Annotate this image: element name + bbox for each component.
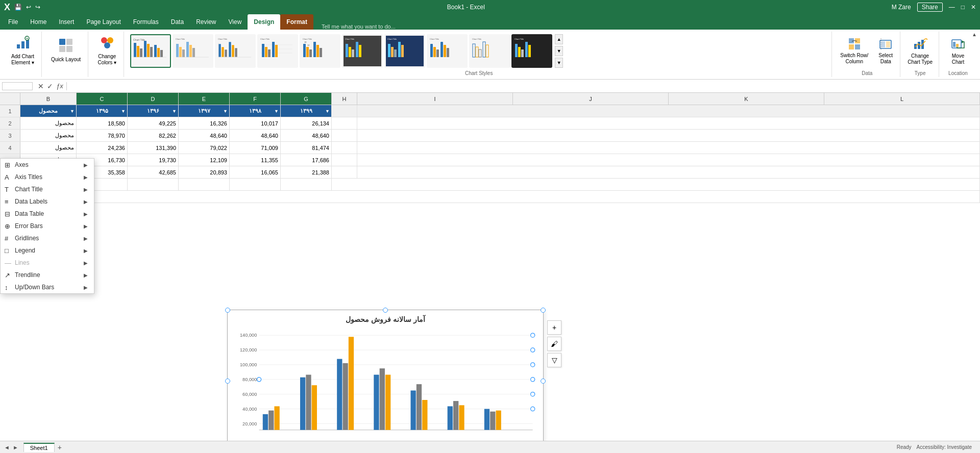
cell-product-2[interactable]: محصول [20,130,77,141]
add-chart-element-button[interactable]: + Add ChartElement ▾ [8,33,37,68]
dropdown-arrow-1398[interactable]: ▼ [274,109,279,114]
chart-styles-scroll-up[interactable]: ▲ [555,34,563,44]
col-header-c[interactable]: C [77,93,128,105]
quick-access-save[interactable]: 💾 [14,4,22,11]
cell-1396-5[interactable]: 42,685 [128,166,179,178]
menu-item-axes[interactable]: ⊞ Axes ▶ [1,159,94,171]
tab-page-layout[interactable]: Page Layout [80,14,127,30]
dropdown-arrow-product[interactable]: ▼ [70,109,75,114]
chart-style-9[interactable]: Chart Title [469,34,510,68]
chart-style-1[interactable]: Chart Title [130,34,171,68]
cell-1396-3[interactable]: 131,390 [128,142,179,154]
cell-1398-1[interactable]: 10,017 [230,117,281,129]
col-header-j[interactable]: J [513,93,669,105]
select-data-button[interactable]: SelectData [874,33,897,69]
change-colors-button[interactable]: ChangeColors ▾ [94,33,119,68]
chart-handle-tr[interactable] [541,308,546,313]
cell-1397-2[interactable]: 48,640 [179,130,230,141]
col-header-d[interactable]: D [128,93,179,105]
tab-format[interactable]: Format [280,14,313,30]
quick-access-redo[interactable]: ↪ [35,4,40,11]
chart-tool-add[interactable]: + [547,320,561,335]
change-chart-type-button[interactable]: ChangeChart Type [904,33,936,69]
cell-1395-3[interactable]: 24,236 [77,142,128,154]
tab-data[interactable]: Data [165,14,190,30]
dropdown-arrow-1395[interactable]: ▼ [121,109,126,114]
chart-handle-tm[interactable] [383,308,388,313]
cell-1398-2[interactable]: 48,640 [230,130,281,141]
col-header-b[interactable]: B [20,93,77,105]
cell-1399-1[interactable]: 26,134 [281,117,332,129]
cell-1398-3[interactable]: 71,009 [230,142,281,154]
cell-product-1[interactable]: محصول [20,117,77,129]
quick-layout-button[interactable]: Quick Layout [48,33,84,68]
menu-item-data-table[interactable]: ⊟ Data Table ▶ [1,208,94,220]
cell-1396-1[interactable]: 49,225 [128,117,179,129]
cancel-icon[interactable]: ✕ [38,82,44,90]
tab-design[interactable]: Design [248,14,280,30]
cell-1396-2[interactable]: 82,262 [128,130,179,141]
sheet-tab-nav-left[interactable]: ◄ [4,444,10,450]
chart-styles-scroll-down[interactable]: ▼ [555,58,563,68]
chart-style-10[interactable]: Chart Title [511,34,552,68]
cell-1397-5[interactable]: 20,893 [179,166,230,178]
cell-e7[interactable] [179,179,230,190]
cell-1398-4[interactable]: 11,355 [230,154,281,166]
share-button[interactable]: Share [917,3,943,12]
chart-style-6[interactable]: Chart Title [342,34,383,68]
sheet-tab-sheet1[interactable]: Sheet1 [23,443,55,452]
chart-tool-style[interactable]: 🖌 [547,337,561,351]
chart-styles-scroll-more[interactable]: ▼ [555,46,563,56]
minimize-btn[interactable]: — [949,4,955,11]
tab-review[interactable]: Review [190,14,222,30]
cell-1396-4[interactable]: 19,730 [128,154,179,166]
cell-1395-1[interactable]: 18,580 [77,117,128,129]
col-header-l[interactable]: L [824,93,980,105]
maximize-btn[interactable]: □ [961,4,965,11]
move-chart-button[interactable]: MoveChart [947,33,969,69]
quick-access-undo[interactable]: ↩ [26,4,31,11]
dropdown-arrow-1397[interactable]: ▼ [223,109,228,114]
cell-g7[interactable] [281,179,332,190]
cell-1398-5[interactable]: 16,065 [230,166,281,178]
col-header-g[interactable]: G [281,93,332,105]
chart-style-5[interactable]: Chart Title 18 12 [300,34,340,68]
chart-style-2[interactable]: Chart Title [173,34,213,68]
cell-1397-3[interactable]: 79,022 [179,142,230,154]
chart-style-7[interactable]: Chart Title [384,34,425,68]
confirm-icon[interactable]: ✓ [47,82,53,90]
cell-1399-3[interactable]: 81,474 [281,142,332,154]
sheet-tab-nav-right[interactable]: ► [13,444,18,450]
menu-item-trendline[interactable]: ↗ Trendline ▶ [1,269,94,281]
tab-file[interactable]: File [2,14,24,30]
menu-item-up-down-bars[interactable]: ↕ Up/Down Bars ▶ [1,281,94,293]
cell-d7[interactable] [128,179,179,190]
close-btn[interactable]: ✕ [971,4,976,11]
cell-1399-4[interactable]: 17,686 [281,154,332,166]
chart-handle-mr[interactable] [541,379,546,384]
cell-1395-2[interactable]: 78,970 [77,130,128,141]
menu-item-legend[interactable]: □ Legend ▶ [1,244,94,257]
chart-handle-tl[interactable] [225,308,230,313]
tab-insert[interactable]: Insert [53,14,80,30]
help-text[interactable]: Tell me what you want to do... [322,23,396,30]
tab-home[interactable]: Home [24,14,53,30]
fx-icon[interactable]: ƒx [56,82,63,90]
col-header-k[interactable]: K [669,93,824,105]
add-sheet-button[interactable]: + [58,443,62,451]
switch-row-column-button[interactable]: Switch Row/Column [837,33,871,69]
cell-product-3[interactable]: محصول [20,142,77,154]
menu-item-error-bars[interactable]: ⊕ Error Bars ▶ [1,220,94,232]
col-header-h[interactable]: H [332,93,357,105]
col-header-f[interactable]: F [230,93,281,105]
chart-handle-ml[interactable] [225,379,230,384]
col-header-i[interactable]: I [357,93,513,105]
name-box[interactable] [2,82,33,90]
cell-f7[interactable] [230,179,281,190]
menu-item-gridlines[interactable]: # Gridlines ▶ [1,232,94,244]
menu-item-chart-title[interactable]: T Chart Title ▶ [1,183,94,195]
cell-1399-5[interactable]: 21,388 [281,166,332,178]
dropdown-arrow-1396[interactable]: ▼ [172,109,177,114]
cell-1397-1[interactable]: 16,326 [179,117,230,129]
chart-style-3[interactable]: Chart Title [215,34,256,68]
